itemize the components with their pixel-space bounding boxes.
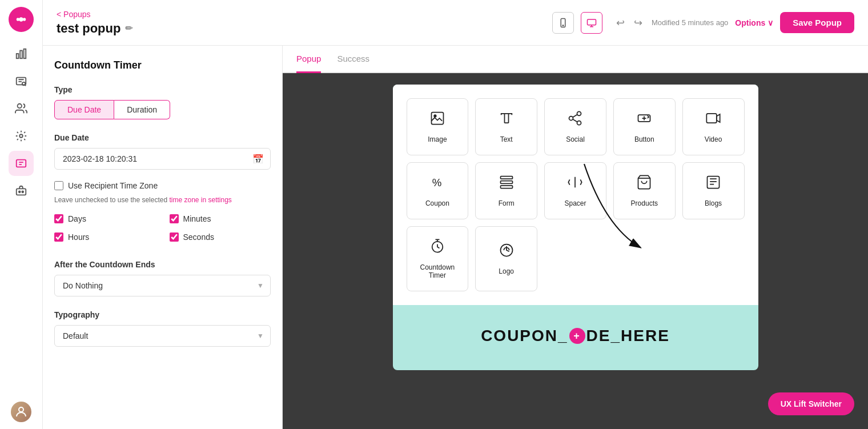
- svg-point-22: [577, 121, 581, 125]
- days-checkbox-row: Days: [54, 214, 156, 223]
- save-popup-button[interactable]: Save Popup: [780, 12, 854, 33]
- svg-rect-27: [500, 181, 512, 184]
- canvas-area: Popup Success Image: [283, 46, 868, 429]
- coupon-icon: %: [429, 174, 445, 194]
- widget-form[interactable]: Form: [475, 162, 537, 219]
- svg-rect-11: [17, 189, 26, 195]
- svg-point-20: [577, 111, 581, 115]
- widget-spacer[interactable]: Spacer: [544, 162, 606, 219]
- svg-rect-24: [706, 114, 717, 123]
- tab-popup[interactable]: Popup: [296, 46, 321, 73]
- minutes-checkbox-row: Minutes: [170, 214, 271, 223]
- sidebar-automations[interactable]: [9, 123, 34, 149]
- svg-point-14: [19, 407, 23, 412]
- tz-link[interactable]: time zone in settings: [169, 196, 231, 204]
- hours-checkbox[interactable]: [54, 232, 63, 242]
- time-unit-checkboxes: Days Minutes Hours Seconds: [54, 214, 271, 246]
- svg-point-16: [562, 25, 564, 26]
- top-header: < Popups test popup ✏ ↩ ↪ Modified 5 min…: [43, 0, 868, 46]
- svg-rect-5: [24, 49, 26, 59]
- minutes-checkbox[interactable]: [170, 214, 179, 223]
- main-sidebar: [0, 0, 43, 429]
- svg-point-13: [22, 191, 23, 193]
- canvas-tabs: Popup Success: [283, 46, 868, 73]
- widget-blogs[interactable]: Blogs: [682, 162, 745, 219]
- logo-icon: [499, 242, 515, 262]
- canvas-content: Image Text: [283, 73, 868, 429]
- type-due-date-button[interactable]: Due Date: [54, 100, 114, 119]
- days-label: Days: [68, 214, 86, 223]
- minutes-label: Minutes: [183, 214, 211, 223]
- mobile-view-button[interactable]: [552, 12, 574, 34]
- edit-title-icon[interactable]: ✏: [125, 23, 132, 34]
- due-date-input[interactable]: [54, 148, 271, 170]
- products-icon: [636, 174, 652, 194]
- due-date-label: Due Date: [54, 133, 271, 142]
- widget-image[interactable]: Image: [407, 98, 469, 155]
- after-countdown-label: After the Countdown Ends: [54, 260, 271, 269]
- hours-label: Hours: [68, 232, 89, 242]
- widget-grid: Image Text: [407, 98, 745, 291]
- widget-button[interactable]: Button: [613, 98, 676, 155]
- widget-logo[interactable]: Logo: [475, 226, 537, 291]
- svg-point-8: [18, 104, 22, 108]
- image-icon: [429, 110, 445, 130]
- svg-point-1: [17, 18, 20, 21]
- widget-countdown-timer[interactable]: Countdown Timer: [407, 226, 469, 291]
- use-recipient-tz-checkbox[interactable]: [54, 181, 63, 190]
- desktop-view-button[interactable]: [581, 12, 602, 34]
- svg-point-0: [19, 17, 23, 21]
- widget-coupon[interactable]: % Coupon: [407, 162, 469, 219]
- widget-grid-overlay: Image Text: [393, 85, 758, 305]
- typography-select[interactable]: Default: [54, 325, 271, 347]
- coupon-code-text: COUPON_+DE_HERE: [481, 327, 670, 345]
- countdown-timer-icon: [429, 238, 445, 258]
- form-icon: [499, 174, 515, 194]
- svg-rect-28: [500, 186, 512, 189]
- form-label: Form: [499, 199, 515, 207]
- redo-button[interactable]: ↪: [632, 14, 645, 31]
- seconds-checkbox[interactable]: [170, 232, 179, 242]
- coupon-text-before: COUPON_: [481, 327, 568, 345]
- svg-text:%: %: [432, 177, 442, 189]
- svg-rect-10: [17, 160, 26, 167]
- tab-success[interactable]: Success: [337, 46, 369, 73]
- breadcrumb-back[interactable]: < Popups: [57, 10, 132, 19]
- widget-products[interactable]: Products: [613, 162, 676, 219]
- text-label: Text: [500, 135, 513, 143]
- spacer-label: Spacer: [564, 199, 586, 207]
- after-countdown-select-wrap: Do Nothing ▼: [54, 275, 271, 296]
- blogs-label: Blogs: [705, 199, 722, 207]
- after-countdown-select[interactable]: Do Nothing: [54, 275, 271, 296]
- sidebar-popups[interactable]: [9, 151, 34, 176]
- countdown-timer-label: Countdown Timer: [413, 263, 463, 279]
- sidebar-analytics[interactable]: [9, 41, 34, 66]
- ux-lift-switcher-button[interactable]: UX Lift Switcher: [768, 392, 854, 415]
- typography-select-wrap: Default ▼: [54, 325, 271, 347]
- typography-label: Typography: [54, 310, 271, 319]
- days-checkbox[interactable]: [54, 214, 63, 223]
- svg-rect-4: [20, 51, 22, 59]
- spacer-icon: [567, 174, 583, 194]
- widget-text[interactable]: Text: [475, 98, 537, 155]
- sidebar-forms[interactable]: [9, 69, 34, 94]
- widget-video[interactable]: Video: [682, 98, 745, 155]
- use-recipient-tz-row: Use Recipient Time Zone: [54, 181, 271, 190]
- type-duration-button[interactable]: Duration: [114, 100, 170, 119]
- user-avatar[interactable]: [11, 402, 31, 422]
- coupon-plus-icon[interactable]: +: [569, 328, 585, 344]
- svg-rect-30: [708, 177, 720, 189]
- date-input-wrap: 📅: [54, 148, 271, 170]
- undo-button[interactable]: ↩: [614, 14, 627, 31]
- options-button[interactable]: Options ∨: [735, 18, 773, 27]
- seconds-label: Seconds: [183, 232, 214, 242]
- button-label: Button: [634, 135, 654, 143]
- sidebar-bot[interactable]: [9, 178, 34, 203]
- svg-point-9: [19, 134, 23, 138]
- sidebar-contacts[interactable]: [9, 96, 34, 121]
- app-logo[interactable]: [9, 7, 34, 32]
- type-label: Type: [54, 85, 271, 94]
- modified-text: Modified 5 minutes ago: [652, 18, 728, 27]
- svg-rect-26: [500, 177, 512, 179]
- widget-social[interactable]: Social: [544, 98, 606, 155]
